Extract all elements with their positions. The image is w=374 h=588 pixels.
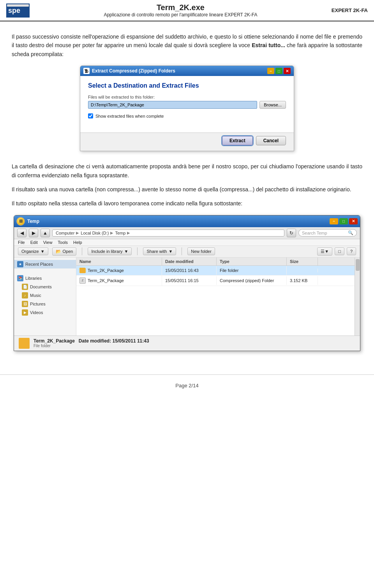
date-1: 15/05/2011 16:43 [165, 268, 199, 273]
include-library-label: Include in library [91, 249, 122, 254]
sidebar-item-documents[interactable]: 📄 Documents [14, 283, 76, 291]
help-btn[interactable]: ? [347, 247, 356, 255]
organize-button[interactable]: Organize ▼ [18, 247, 48, 255]
cell-type-1: File folder [217, 266, 287, 275]
back-button[interactable]: ◀ [17, 229, 26, 237]
titlebar-controls: – □ ✕ [267, 68, 291, 74]
explorer-close-btn[interactable]: ✕ [349, 218, 358, 224]
view-options-button[interactable]: ☰▼ [317, 247, 332, 256]
crumb-computer: Computer [56, 231, 74, 235]
explorer-screenshot: ⊞ Temp – □ ✕ ◀ ▶ ▲ Computer ▶ Local Disk… [14, 215, 360, 351]
p1-bold: Estrai tutto... [252, 42, 285, 48]
sidebar-item-recent-places[interactable]: ★ Recent Places [14, 260, 76, 268]
page-header: spe Term_2K.exe Applicazione di controll… [0, 0, 374, 21]
paragraph-3: Il risultato sarà una nuova cartella (no… [12, 185, 362, 194]
preview-button[interactable]: □ [335, 247, 344, 255]
crumb-temp: Temp [115, 231, 125, 235]
status-info: Term_2K_Package Date modified: 15/05/201… [34, 338, 149, 348]
sidebar-item-pictures[interactable]: 🖼 Pictures [14, 300, 76, 308]
dialog-screenshot: 🗜 Extract Compressed (Zipped) Folders – … [80, 65, 294, 151]
cell-size-1 [287, 268, 318, 272]
explorer-statusbar: Term_2K_Package Date modified: 15/05/201… [14, 335, 360, 351]
sidebar-item-libraries[interactable]: 📚 Libraries [14, 274, 76, 283]
explorer-maximize-btn[interactable]: □ [339, 218, 348, 224]
folder-icon [79, 268, 86, 273]
filelist-header: Name Date modified Type Size [76, 258, 355, 266]
address-path[interactable]: Computer ▶ Local Disk (D:) ▶ Temp ▶ [52, 230, 284, 237]
share-with-label: Share with [146, 249, 167, 254]
path-input[interactable]: D:\Temp\Term_2K_Package [88, 101, 257, 109]
toolbar-separator-1 [82, 247, 82, 255]
cancel-button[interactable]: Cancel [256, 136, 286, 145]
sidebar-item-music[interactable]: ♪ Music [14, 291, 76, 300]
menu-view[interactable]: View [43, 240, 53, 245]
checkbox-row: Show extracted files when complete [88, 113, 286, 118]
filename-2: Term_2K_Package [88, 278, 124, 283]
explorer-menubar: File Edit View Tools Help [14, 239, 360, 246]
scrollbar-thumb[interactable] [356, 259, 360, 271]
scrollbar[interactable] [355, 258, 360, 335]
table-row[interactable]: Z Term_2K_Package 15/05/2011 16:15 Compr… [76, 275, 355, 286]
svg-text:spe: spe [8, 7, 20, 14]
status-type: File folder [34, 344, 149, 348]
svg-rect-2 [7, 4, 29, 7]
cell-date-1: 15/05/2011 16:43 [162, 266, 217, 275]
zip-icon: Z [79, 277, 86, 284]
extract-button[interactable]: Extract [222, 136, 253, 145]
type-2: Compressed (zipped) Folder [220, 278, 274, 283]
col-date[interactable]: Date modified [162, 258, 217, 265]
organize-label: Organize [21, 249, 39, 254]
maximize-btn[interactable]: □ [275, 68, 282, 74]
new-folder-button[interactable]: New folder [187, 247, 215, 255]
main-content: Il passo successivo consiste nell'operaz… [0, 21, 374, 367]
col-type[interactable]: Type [217, 258, 287, 265]
size-2: 3.152 KB [290, 278, 307, 283]
sidebar-item-videos[interactable]: ▶ Videos [14, 308, 76, 317]
open-button[interactable]: 📂 Open [52, 247, 77, 256]
date-2: 15/05/2011 16:15 [165, 278, 199, 283]
pictures-icon: 🖼 [22, 301, 28, 307]
explorer-minimize-btn[interactable]: – [330, 218, 338, 224]
status-filename: Term_2K_Package Date modified: 15/05/201… [34, 338, 149, 344]
explorer-title: Temp [27, 219, 39, 224]
menu-edit[interactable]: Edit [30, 240, 38, 245]
search-icon: 🔍 [348, 230, 353, 235]
new-folder-label: New folder [191, 249, 212, 254]
forward-button[interactable]: ▶ [29, 229, 38, 237]
paragraph-1: Il passo successivo consiste nell'operaz… [12, 32, 362, 58]
menu-tools[interactable]: Tools [58, 240, 68, 245]
dialog-title: Extract Compressed (Zipped) Folders [92, 68, 175, 74]
menu-help[interactable]: Help [73, 240, 82, 245]
dialog-titlebar: 🗜 Extract Compressed (Zipped) Folders – … [80, 66, 294, 76]
minimize-btn[interactable]: – [267, 68, 274, 74]
status-date-label: Date modified: [79, 338, 111, 344]
cell-size-2: 3.152 KB [287, 276, 318, 285]
refresh-button[interactable]: ↻ [287, 229, 296, 237]
music-label: Music [30, 293, 41, 298]
explorer-titlebar: ⊞ Temp – □ ✕ [14, 215, 360, 227]
cell-date-2: 15/05/2011 16:15 [162, 276, 217, 285]
show-files-checkbox[interactable] [88, 113, 93, 118]
explorer-toolbar: Organize ▼ 📂 Open Include in library ▼ S… [14, 246, 360, 258]
filename-1: Term_2K_Package [88, 268, 124, 273]
include-library-button[interactable]: Include in library ▼ [88, 247, 132, 255]
share-with-button[interactable]: Share with ▼ [143, 247, 176, 255]
up-button[interactable]: ▲ [41, 229, 50, 237]
col-name[interactable]: Name [76, 258, 162, 265]
cell-name-1: Term_2K_Package [76, 266, 162, 275]
close-btn[interactable]: ✕ [284, 68, 291, 74]
explorer-main: ★ Recent Places 📚 Libraries 📄 Documents [14, 258, 360, 335]
app-title: Term_2K.exe [30, 3, 332, 12]
menu-file[interactable]: File [18, 240, 25, 245]
pictures-label: Pictures [30, 302, 46, 306]
dialog-heading: Select a Destination and Extract Files [88, 82, 286, 89]
sidebar-group-recent: ★ Recent Places [14, 260, 76, 268]
search-box[interactable]: Search Temp 🔍 [298, 229, 357, 237]
browse-button[interactable]: Browse... [259, 101, 286, 109]
windows-logo: ⊞ [16, 217, 25, 226]
type-1: File folder [220, 268, 238, 273]
table-row[interactable]: Term_2K_Package 15/05/2011 16:43 File fo… [76, 266, 355, 275]
recent-places-icon: ★ [17, 261, 23, 267]
col-size[interactable]: Size [287, 258, 318, 265]
page-number: Page 2/14 [175, 383, 198, 388]
